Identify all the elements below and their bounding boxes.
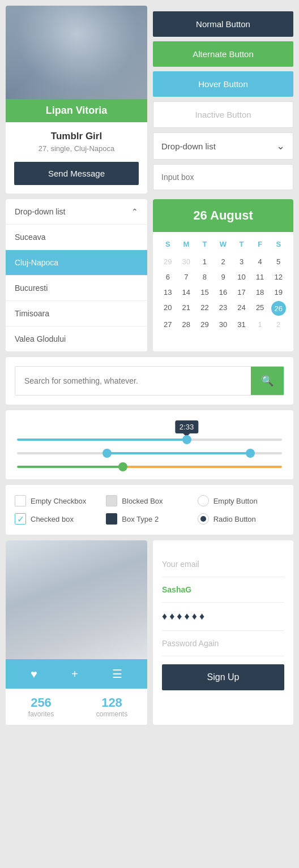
calendar-header: 26 August <box>153 199 293 232</box>
image-card-actions: ♥ + ☰ <box>6 659 147 689</box>
slider-1-thumb[interactable] <box>182 435 191 444</box>
calendar-day[interactable]: 30 <box>177 254 196 269</box>
slider-2-container <box>17 452 282 454</box>
calendar-day[interactable]: 13 <box>159 285 177 300</box>
chevron-down-icon: ⌄ <box>276 140 285 152</box>
list-item[interactable]: Bucuresti <box>6 276 147 301</box>
normal-button[interactable]: Normal Button <box>153 11 293 37</box>
calendar-day[interactable]: 5 <box>269 254 288 269</box>
profile-name: Lipan Vitoria <box>46 105 108 116</box>
slider-2-right-thumb[interactable] <box>246 449 255 458</box>
calendar-day[interactable]: 8 <box>195 269 214 285</box>
day-header-s1: S <box>159 238 177 251</box>
calendar-day[interactable]: 29 <box>195 317 214 332</box>
box-type-2-item: Box Type 2 <box>106 513 193 525</box>
row2: Drop-down list ⌃ Suceava Cluj-Napoca Buc… <box>6 199 293 351</box>
calendar-day[interactable]: 10 <box>232 269 251 285</box>
calendar-day[interactable]: 16 <box>214 285 233 300</box>
slider-3-container <box>17 466 282 468</box>
calendar-day[interactable]: 19 <box>269 285 288 300</box>
calendar-day[interactable]: 2 <box>214 254 233 269</box>
calendar-grid: S M T W T F S 29 30 1 2 3 4 5 <box>153 232 293 338</box>
day-header-s2: S <box>269 238 288 251</box>
comments-label: comments <box>76 710 147 718</box>
favorites-count: 256 <box>6 695 76 710</box>
day-header-m: M <box>177 238 196 251</box>
calendar-day[interactable]: 25 <box>251 300 270 317</box>
empty-radio[interactable] <box>198 495 209 506</box>
checked-box-item: ✓ Checked box <box>15 513 101 525</box>
menu-button[interactable]: ☰ <box>112 667 122 681</box>
hover-button[interactable]: Hover Button <box>153 71 293 97</box>
calendar-day[interactable]: 29 <box>159 254 177 269</box>
calendar-day[interactable]: 4 <box>251 254 270 269</box>
favorite-button[interactable]: ♥ <box>31 667 37 681</box>
dropdown-select[interactable]: Drop-down list ⌄ <box>153 132 293 160</box>
calendar-week: 29 30 1 2 3 4 5 <box>159 254 288 269</box>
add-button[interactable]: + <box>71 667 78 681</box>
day-header-t2: T <box>232 238 251 251</box>
day-header-t1: T <box>195 238 214 251</box>
list-item[interactable]: Valea Glodului <box>6 326 147 351</box>
password-again-placeholder: Password Again <box>162 631 284 656</box>
calendar-day[interactable]: 15 <box>195 285 214 300</box>
list-item[interactable]: Cluj-Napoca <box>6 250 147 276</box>
calendar-day[interactable]: 23 <box>214 300 233 317</box>
dropdown-list-header[interactable]: Drop-down list ⌃ <box>6 199 147 225</box>
checked-checkbox[interactable]: ✓ <box>15 513 26 525</box>
calendar-day[interactable]: 27 <box>159 317 177 332</box>
list-item[interactable]: Suceava <box>6 225 147 250</box>
inactive-button: Inactive Button <box>153 101 293 128</box>
calendar-day[interactable]: 6 <box>159 269 177 285</box>
comments-stat: 128 comments <box>76 695 147 718</box>
empty-checkbox-label: Empty Checkbox <box>31 497 86 505</box>
password-value: ♦♦♦♦♦♦ <box>162 603 284 631</box>
input-box[interactable] <box>153 164 293 190</box>
profile-card: Lipan Vitoria Tumblr Girl 27, single, Cl… <box>6 6 147 194</box>
row1: Lipan Vitoria Tumblr Girl 27, single, Cl… <box>6 6 293 194</box>
blocked-checkbox[interactable] <box>106 495 117 506</box>
dropdown-list-card: Drop-down list ⌃ Suceava Cluj-Napoca Buc… <box>6 199 147 351</box>
calendar-day[interactable]: 17 <box>232 285 251 300</box>
calendar-day[interactable]: 2 <box>269 317 288 332</box>
empty-checkbox[interactable] <box>15 495 26 506</box>
sliders-card: 2:33 <box>6 410 293 479</box>
search-input[interactable] <box>15 367 251 395</box>
signup-button[interactable]: Sign Up <box>162 664 284 690</box>
calendar-day[interactable]: 3 <box>232 254 251 269</box>
calendar-day[interactable]: 21 <box>177 300 196 317</box>
calendar-day[interactable]: 24 <box>232 300 251 317</box>
calendar-day[interactable]: 22 <box>195 300 214 317</box>
calendar-day[interactable]: 9 <box>214 269 233 285</box>
comments-count: 128 <box>76 695 147 710</box>
row6: ♥ + ☰ 256 favorites 128 comments Your em… <box>6 540 293 725</box>
dropdown-list-label: Drop-down list <box>15 207 65 216</box>
slider-3-thumb[interactable] <box>118 462 127 471</box>
search-icon: 🔍 <box>261 375 274 386</box>
radio-dot <box>200 516 206 522</box>
send-message-button[interactable]: Send Message <box>14 162 139 185</box>
radio-button-item: Radio Button <box>198 513 284 525</box>
day-header-f: F <box>251 238 270 251</box>
radio-button[interactable] <box>198 513 209 525</box>
calendar-day-today[interactable]: 26 <box>269 300 288 317</box>
alternate-button[interactable]: Alternate Button <box>153 41 293 67</box>
calendar-day[interactable]: 1 <box>251 317 270 332</box>
calendar-day[interactable]: 1 <box>195 254 214 269</box>
box-type-2-label: Box Type 2 <box>122 515 159 523</box>
calendar-day[interactable]: 31 <box>232 317 251 332</box>
calendar-day[interactable]: 18 <box>251 285 270 300</box>
list-item[interactable]: Timisoara <box>6 301 147 326</box>
calendar-day[interactable]: 30 <box>214 317 233 332</box>
slider-tooltip: 2:33 <box>175 420 198 433</box>
calendar-day[interactable]: 12 <box>269 269 288 285</box>
slider-2-left-thumb[interactable] <box>102 449 112 458</box>
calendar-day[interactable]: 11 <box>251 269 270 285</box>
filled-checkbox[interactable] <box>106 513 117 525</box>
calendar-day[interactable]: 28 <box>177 317 196 332</box>
slider-3-track <box>17 466 282 468</box>
calendar-day[interactable]: 14 <box>177 285 196 300</box>
calendar-day[interactable]: 7 <box>177 269 196 285</box>
search-button[interactable]: 🔍 <box>251 367 284 395</box>
calendar-day[interactable]: 20 <box>159 300 177 317</box>
